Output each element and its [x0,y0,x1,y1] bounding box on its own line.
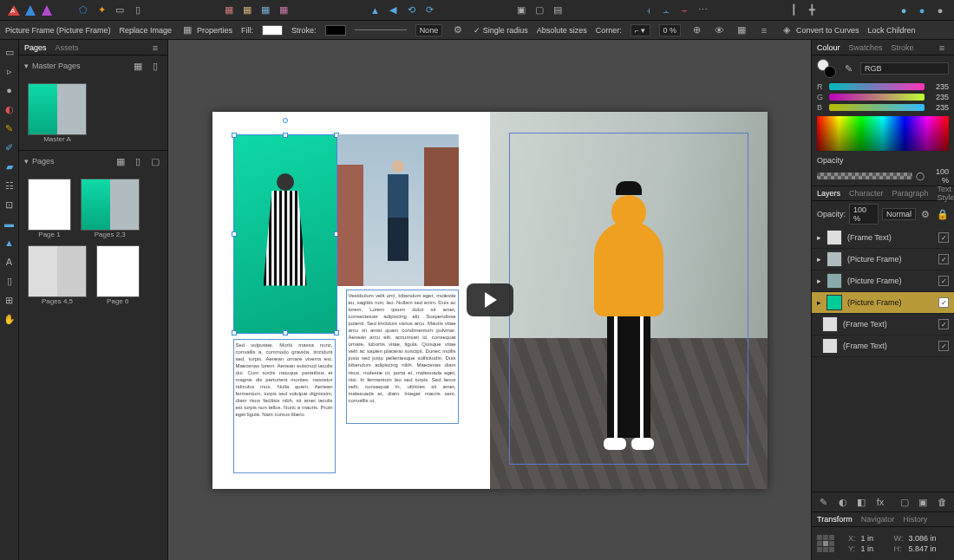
tab-stroke[interactable]: Stroke [892,43,914,52]
layer-item[interactable]: ▸(Frame Text)✓ [812,227,954,249]
view-mode-3-icon[interactable]: ● [933,3,947,17]
layer-item[interactable]: (Frame Text)✓ [812,314,954,335]
arrange-front-icon[interactable]: ▦ [277,3,291,17]
layer-delete-icon[interactable]: 🗑 [935,495,949,509]
tab-assets[interactable]: Assets [56,43,79,52]
layer-visible-checkbox[interactable]: ✓ [938,276,949,286]
page-6-thumb[interactable]: Page 6 [96,245,140,305]
layer-item-selected[interactable]: ▸(Picture Frame)✓ [812,292,954,314]
pages-view2-icon[interactable]: ▯ [131,154,145,168]
pages-header[interactable]: Pages [32,157,55,166]
layer-item[interactable]: ▸(Picture Frame)✓ [812,270,954,292]
layer-mask-icon[interactable]: ◐ [836,495,850,509]
master-add-icon[interactable]: ▯ [148,59,162,73]
pages-2-3-thumb[interactable]: Pages 2,3 [81,179,140,238]
fill-tool[interactable]: ▰ [3,160,16,173]
layer-visible-checkbox[interactable]: ✓ [938,254,949,264]
shape-rect-tool[interactable]: ▬ [3,217,16,231]
app-publisher-icon[interactable] [7,3,21,17]
layer-visible-checkbox[interactable]: ✓ [938,319,949,329]
group-icon[interactable]: ▣ [514,3,528,17]
pages-view1-icon[interactable]: ▦ [114,154,127,168]
insert-h-icon[interactable]: ┃ [787,3,801,17]
blend-mode-dropdown[interactable]: Normal [882,208,916,220]
show-icon[interactable]: 👁 [712,23,726,37]
opacity-slider[interactable] [817,173,912,179]
lock-icon[interactable]: ▤ [551,3,565,17]
master-view-icon[interactable]: ▦ [131,59,145,73]
tab-character[interactable]: Character [849,189,884,198]
layer-fx-icon[interactable]: fx [873,495,887,509]
text-frame-left[interactable]: Sed vulputate. Morbi massa nunc, convall… [233,339,336,473]
g-slider[interactable] [829,94,925,101]
tab-transform[interactable]: Transform [817,515,853,524]
transform-w-input[interactable]: 3.086 in [908,534,936,543]
artistic-text-tool[interactable]: A [3,255,16,269]
layer-visible-checkbox[interactable]: ✓ [938,232,949,243]
anchor-selector[interactable] [817,535,834,552]
arrange-forward-icon[interactable]: ▦ [258,3,272,17]
single-radius-checkbox[interactable]: Single radius [483,26,528,35]
properties-button[interactable]: Properties [197,26,232,35]
master-pages-header[interactable]: Master Pages [32,62,81,70]
stroke-swatch[interactable] [325,25,346,36]
ungroup-icon[interactable]: ▢ [533,3,546,17]
text-frame-right[interactable]: Vestibulum velit orci, bibendum eget, mo… [346,290,459,424]
tab-text-styles[interactable]: Text Styles [938,185,954,202]
layer-edit-icon[interactable]: ✎ [817,495,831,509]
stroke-style-dropdown[interactable]: None [415,24,443,36]
align-center-icon[interactable]: ⫠ [660,3,674,17]
image-frame-green[interactable] [233,134,337,334]
layer-item[interactable]: ▸(Picture Frame)✓ [812,249,954,270]
shape-tool-icon[interactable]: ⬠ [76,3,90,17]
page-1-thumb[interactable]: Page 1 [28,179,71,238]
corner-type-dropdown[interactable]: ⌐ ▾ [631,24,650,36]
move-tool[interactable]: ▭ [3,45,16,59]
view-mode-2-icon[interactable]: ● [915,3,929,17]
brush-tool[interactable]: ✐ [3,140,16,154]
baseline-icon[interactable]: ≡ [757,23,771,37]
stroke-settings-icon[interactable]: ⚙ [451,23,465,37]
corner-value-input[interactable]: 0 % [659,24,682,36]
r-slider[interactable] [829,83,925,90]
eyedropper-icon[interactable]: ✎ [841,62,855,75]
layer-visible-checkbox[interactable]: ✓ [938,297,949,308]
tab-swatches[interactable]: Swatches [849,43,883,52]
layer-adjust-icon[interactable]: ◧ [854,495,868,509]
wrap-icon[interactable]: ▦ [735,23,748,37]
stroke-width-slider[interactable] [355,29,407,30]
align-left-icon[interactable]: ⫞ [642,3,656,17]
tab-navigator[interactable]: Navigator [861,515,895,524]
distribute-icon[interactable]: ⋯ [696,3,710,17]
lock-children-checkbox[interactable]: Lock Children [868,26,916,35]
image-frame-city[interactable] [337,134,459,286]
rotate-cw-icon[interactable]: ⟳ [422,3,436,17]
color-mode-dropdown[interactable]: RGB [860,62,949,75]
transform-h-input[interactable]: 5.847 in [908,544,936,553]
transform-x-input[interactable]: 1 in [861,534,889,543]
fill-swatch[interactable] [262,25,283,36]
b-slider[interactable] [829,104,925,111]
page-icon[interactable]: ▯ [131,3,145,17]
tab-history[interactable]: History [903,515,927,524]
flip-h-icon[interactable]: ▲ [368,3,382,17]
transform-y-input[interactable]: 1 in [861,544,889,553]
app-photo-icon[interactable] [40,3,54,17]
layer-add-icon[interactable]: ▢ [898,495,912,509]
pages-add-icon[interactable]: ▢ [148,154,162,168]
colour-menu-icon[interactable]: ≡ [935,41,949,55]
rotate-ccw-icon[interactable]: ⟲ [404,3,418,17]
layer-group-icon[interactable]: ▣ [917,495,931,509]
document-icon[interactable]: ▭ [113,3,127,17]
arrange-backward-icon[interactable]: ▦ [240,3,254,17]
color-picker-tool[interactable]: ◐ [3,102,16,116]
hand-tool[interactable]: ✋ [3,312,16,326]
pages-4-5-thumb[interactable]: Pages 4,5 [28,245,87,305]
star-tool-icon[interactable]: ✦ [95,3,108,17]
view-mode-1-icon[interactable]: ● [897,3,911,17]
spectrum-picker[interactable] [817,116,949,151]
table-tool[interactable]: ☷ [3,179,16,192]
layer-visible-checkbox[interactable]: ✓ [938,341,949,351]
layer-lock-icon[interactable]: 🔒 [936,207,949,221]
tab-pages[interactable]: Pages [24,43,47,52]
